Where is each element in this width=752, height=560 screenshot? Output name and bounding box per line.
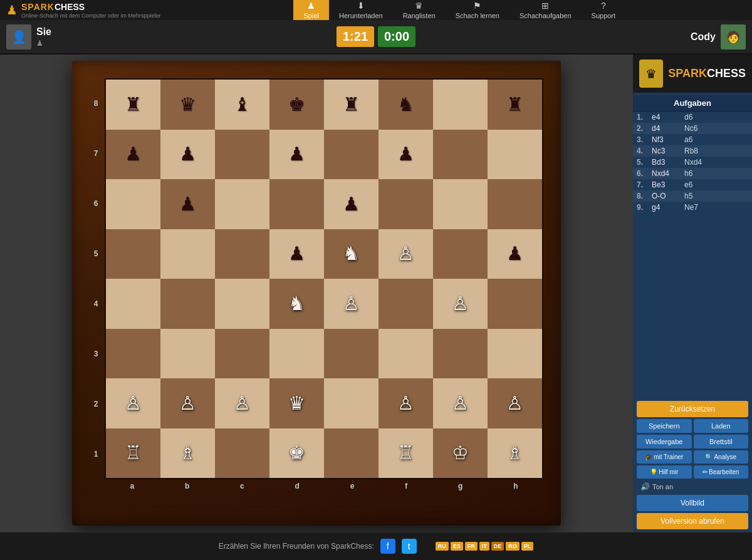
lang-de[interactable]: DE	[491, 542, 504, 551]
move-white[interactable]: e4	[652, 113, 682, 122]
lang-ru[interactable]: RU	[436, 542, 449, 551]
cell-b4[interactable]	[160, 279, 215, 329]
lang-pl[interactable]: PL	[521, 542, 534, 551]
tab-support[interactable]: ? Support	[582, 0, 626, 21]
cell-g3[interactable]	[433, 329, 488, 379]
tab-schachaufgaben[interactable]: ⊞ Schachaufgaben	[509, 0, 582, 21]
edit-button[interactable]: ✏ Bearbeiten	[694, 465, 749, 479]
save-button[interactable]: Speichern	[637, 419, 692, 433]
move-black[interactable]: Rb8	[684, 147, 714, 155]
tab-herunterladen[interactable]: ⬇ Herunterladen	[329, 0, 393, 21]
cell-c1[interactable]	[215, 428, 269, 479]
cell-g2[interactable]: ♙	[433, 378, 488, 428]
move-black[interactable]: a6	[684, 135, 714, 144]
move-white[interactable]: O-O	[652, 192, 682, 200]
cell-e2[interactable]	[324, 378, 379, 428]
move-white[interactable]: g4	[652, 203, 682, 212]
cell-d4[interactable]: ♞	[269, 279, 324, 329]
cell-d3[interactable]	[269, 329, 324, 379]
move-black[interactable]: Nxd4	[684, 158, 714, 167]
analyse-button[interactable]: 🔍 Analyse	[694, 450, 749, 464]
cell-d8[interactable]: ♚	[269, 80, 324, 130]
cell-h8[interactable]: ♜	[488, 80, 542, 130]
cell-h5[interactable]: ♟	[488, 229, 542, 279]
cell-d7[interactable]: ♟	[269, 130, 324, 180]
cell-c4[interactable]	[215, 279, 269, 329]
cell-f2[interactable]: ♙	[379, 378, 433, 428]
cell-a7[interactable]: ♟	[106, 130, 160, 180]
tab-schach-lernen[interactable]: ⚑ Schach lernen	[446, 0, 509, 21]
cell-g8[interactable]	[433, 80, 488, 130]
move-white[interactable]: Nc3	[652, 147, 682, 155]
cell-a8[interactable]: ♜	[106, 80, 160, 130]
sound-toggle[interactable]: 🔊 Ton an	[637, 480, 748, 493]
reset-button[interactable]: Zurücksetzen	[637, 401, 748, 417]
trainer-button[interactable]: 🎓 mit Trainer	[637, 450, 692, 464]
move-white[interactable]: Be3	[652, 180, 682, 189]
fullscreen-button[interactable]: Vollbild	[637, 495, 748, 511]
lang-ro[interactable]: RO	[506, 542, 520, 551]
cell-f3[interactable]	[379, 329, 433, 379]
cell-h6[interactable]	[488, 179, 542, 229]
chess-board[interactable]: ♜♛♝♚♜♞♜♟♟♟♟♟♟♟♞♙♟♞♙♙♙♙♙♛♙♙♙♖♗♚♖♔♗	[105, 78, 543, 479]
cell-h2[interactable]: ♙	[488, 378, 542, 428]
cell-a2[interactable]: ♙	[106, 378, 160, 428]
cell-g7[interactable]	[433, 130, 488, 180]
cell-f7[interactable]: ♟	[379, 130, 433, 180]
cell-c7[interactable]	[215, 130, 269, 180]
cell-d5[interactable]: ♟	[269, 229, 324, 279]
load-button[interactable]: Laden	[694, 419, 749, 433]
cell-e6[interactable]: ♟	[324, 179, 379, 229]
cell-d1[interactable]: ♚	[269, 428, 324, 479]
tab-spiel[interactable]: ♟ Spiel	[293, 0, 328, 21]
cell-e8[interactable]: ♜	[324, 80, 379, 130]
cell-b1[interactable]: ♗	[160, 428, 215, 479]
move-black[interactable]: e6	[684, 180, 714, 189]
cell-e4[interactable]: ♙	[324, 279, 379, 329]
cell-d6[interactable]	[269, 179, 324, 229]
cell-c2[interactable]: ♙	[215, 378, 269, 428]
cell-a1[interactable]: ♖	[106, 428, 160, 479]
move-black[interactable]: h6	[684, 169, 714, 178]
move-black[interactable]: d6	[684, 113, 714, 122]
fullversion-button[interactable]: Vollversion abrufen	[637, 513, 748, 529]
cell-f1[interactable]: ♖	[379, 428, 433, 479]
twitter-share-button[interactable]: t	[402, 539, 417, 554]
cell-c3[interactable]	[215, 329, 269, 379]
lang-es[interactable]: ES	[451, 542, 463, 551]
cell-b3[interactable]	[160, 329, 215, 379]
cell-h3[interactable]	[488, 329, 542, 379]
move-white[interactable]: Nxd4	[652, 169, 682, 178]
cell-b8[interactable]: ♛	[160, 80, 215, 130]
lang-fr[interactable]: FR	[465, 542, 478, 551]
cell-b6[interactable]: ♟	[160, 179, 215, 229]
cell-h4[interactable]	[488, 279, 542, 329]
help-button[interactable]: 💡 Hilf mir	[637, 465, 692, 479]
cell-g1[interactable]: ♔	[433, 428, 488, 479]
move-white[interactable]: d4	[652, 124, 682, 133]
cell-c8[interactable]: ♝	[215, 80, 269, 130]
move-black[interactable]: h5	[684, 192, 714, 200]
cell-a5[interactable]	[106, 229, 160, 279]
cell-a3[interactable]	[106, 329, 160, 379]
cell-f8[interactable]: ♞	[379, 80, 433, 130]
move-black[interactable]: Ne7	[684, 203, 714, 212]
cell-c5[interactable]	[215, 229, 269, 279]
cell-b2[interactable]: ♙	[160, 378, 215, 428]
cell-b7[interactable]: ♟	[160, 130, 215, 180]
board-style-button[interactable]: Brettstil	[694, 435, 749, 449]
facebook-share-button[interactable]: f	[380, 539, 395, 554]
cell-e1[interactable]	[324, 428, 379, 479]
cell-f6[interactable]	[379, 179, 433, 229]
cell-d2[interactable]: ♛	[269, 378, 324, 428]
cell-a4[interactable]	[106, 279, 160, 329]
replay-button[interactable]: Wiedergabe	[637, 435, 692, 449]
lang-it[interactable]: IT	[479, 542, 489, 551]
cell-g4[interactable]: ♙	[433, 279, 488, 329]
cell-f5[interactable]: ♙	[379, 229, 433, 279]
cell-e7[interactable]	[324, 130, 379, 180]
logo[interactable]: ♟ SPARKCHESS Online-Schach mit dem Compu…	[6, 1, 161, 19]
cell-e5[interactable]: ♞	[324, 229, 379, 279]
move-white[interactable]: Bd3	[652, 158, 682, 167]
cell-g5[interactable]	[433, 229, 488, 279]
